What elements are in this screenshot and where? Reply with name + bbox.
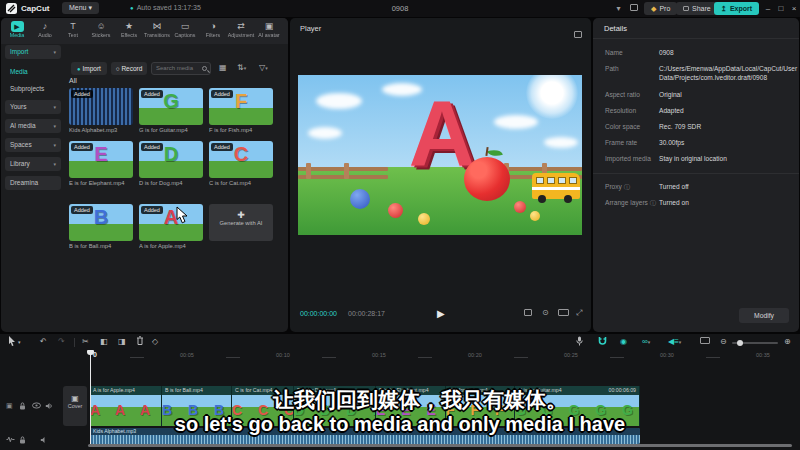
player-panel: Player A — [290, 18, 591, 332]
share-icon — [683, 5, 689, 12]
sidebar-item-import[interactable]: Import▾ — [5, 45, 61, 59]
pro-button[interactable]: ◆Pro — [644, 2, 677, 15]
minimize-button[interactable]: – — [762, 4, 774, 13]
delete-right-icon[interactable]: ◨ — [118, 336, 126, 348]
sidebar-item-subprojects[interactable]: Subprojects — [5, 82, 61, 96]
filter-icon[interactable]: ▽▾ — [259, 63, 268, 72]
audio-track-icon — [6, 436, 15, 444]
timeline-zoom-slider[interactable] — [732, 342, 778, 344]
sidebar-item-yours[interactable]: Yours▾ — [5, 100, 61, 114]
player-expand-icon[interactable] — [574, 24, 582, 42]
tab-stickers[interactable]: ☺Stickers — [87, 20, 115, 43]
track-options-icon[interactable]: ▣ — [6, 402, 13, 410]
video-thumbnail: AddedG — [139, 88, 203, 125]
share-button[interactable]: Share — [676, 2, 718, 15]
preview-frames-icon[interactable] — [700, 336, 710, 348]
text-tab-icon: T — [59, 20, 87, 32]
quality-icon[interactable]: ⊙ — [542, 308, 549, 317]
capcut-window: CapCut Menu ▾ ●Auto saved 13:17:35 0908 … — [0, 0, 800, 450]
split-icon[interactable]: ✂ — [82, 336, 89, 348]
zoom-out-icon[interactable]: ⊖ — [720, 336, 727, 348]
mute-track-icon[interactable] — [40, 436, 48, 445]
sort-icon[interactable]: ⇅▾ — [237, 63, 246, 72]
media-item-c-cat[interactable]: AddedC C is for Cat.mp4 — [209, 141, 273, 186]
details-header: Details — [604, 24, 627, 33]
tab-media[interactable]: ▶Media — [3, 20, 31, 43]
ruler-tick: 00:10 — [276, 352, 290, 358]
detail-value-path: C:/Users/Emenwa/AppData/Local/CapCut/Use… — [659, 65, 791, 82]
export-button[interactable]: ↥Export — [714, 2, 759, 15]
search-input[interactable]: Search media — [151, 62, 211, 75]
tab-adjustment[interactable]: ⇄Adjustment — [227, 20, 255, 43]
tab-ai-avatar[interactable]: ▣AI avatar — [255, 20, 283, 43]
media-item-a-apple[interactable]: AddedA A is for Apple.mp4 — [139, 204, 203, 249]
media-item-g-guitar[interactable]: AddedG G is for Guitar.mp4 — [139, 88, 203, 133]
media-item-f-fish[interactable]: AddedF F is for Fish.mp4 — [209, 88, 273, 133]
tab-effects[interactable]: ★Effects — [115, 20, 143, 43]
fullscreen-icon[interactable]: ⤢ — [576, 308, 582, 318]
plus-icon: ✚ — [209, 204, 273, 220]
media-item-b-ball[interactable]: AddedB B is for Ball.mp4 — [69, 204, 133, 249]
layout-icon[interactable] — [627, 3, 640, 14]
audio-levels-icon[interactable]: ◀≡▾ — [668, 336, 681, 348]
info-icon: ⓘ — [650, 200, 656, 206]
sidebar-item-ai-media[interactable]: AI media▾ — [5, 119, 61, 133]
undo-icon[interactable]: ↶ — [40, 336, 47, 348]
lock-icon[interactable] — [19, 436, 26, 445]
menu-button[interactable]: Menu ▾ — [62, 2, 99, 14]
timeline-horizontal-scrollbar[interactable] — [88, 444, 792, 447]
select-tool-chevron[interactable]: ▾ — [18, 336, 21, 348]
mic-icon[interactable] — [576, 336, 583, 350]
magnet-icon[interactable] — [598, 336, 607, 349]
detail-value-color-space: Rec. 709 SDR — [659, 123, 791, 132]
pro-diamond-icon: ◆ — [651, 5, 656, 12]
play-button[interactable]: ▶ — [437, 308, 445, 319]
ruler-tick: 00:05 — [180, 352, 194, 358]
media-item-e-elephant[interactable]: AddedE E is for Elephant.mp4 — [69, 141, 133, 186]
video-thumbnail: AddedC — [209, 141, 273, 178]
generate-with-ai-tile[interactable]: ✚ Generate with AI — [209, 204, 273, 241]
import-button[interactable]: ● Import — [71, 62, 107, 75]
audio-waveform — [90, 435, 640, 444]
chevron-down-icon: ▾ — [88, 4, 92, 11]
tab-filters[interactable]: ◑Filters — [199, 20, 227, 43]
zoom-slider-thumb[interactable] — [737, 340, 743, 346]
tab-transitions[interactable]: ⋈Transitions — [143, 20, 171, 43]
tab-captions[interactable]: ▭Captions — [171, 20, 199, 43]
keyframe-icon[interactable]: ◇ — [152, 336, 158, 348]
maximize-button[interactable]: □ — [775, 4, 787, 13]
detail-value-name: 0908 — [659, 49, 791, 58]
tab-text[interactable]: TText — [59, 20, 87, 43]
record-button[interactable]: ○ Record — [111, 62, 147, 75]
modify-button[interactable]: Modify — [739, 308, 789, 323]
ai-avatar-tab-icon: ▣ — [255, 20, 283, 32]
media-item-d-dog[interactable]: AddedD D is for Dog.mp4 — [139, 141, 203, 186]
split-preview-icon[interactable] — [524, 309, 532, 318]
sidebar-item-library[interactable]: Library▾ — [5, 157, 61, 171]
delete-icon[interactable] — [136, 336, 144, 350]
view-toggle-icon[interactable]: ▦ — [219, 63, 227, 72]
video-preview[interactable]: A — [298, 75, 582, 235]
sidebar-item-spaces[interactable]: Spaces▾ — [5, 138, 61, 152]
redo-icon[interactable]: ↷ — [58, 336, 65, 348]
preview-apple — [464, 157, 510, 201]
panel-collapse-icon[interactable]: ▾ — [612, 3, 625, 14]
select-tool-icon[interactable] — [8, 336, 16, 350]
media-panel: ▶Media ♪Audio TText ☺Stickers ★Effects ⋈… — [1, 18, 288, 332]
chevron-down-icon: ▾ — [53, 45, 56, 59]
zoom-in-icon[interactable]: ⊕ — [784, 336, 791, 348]
import-dot-icon: ● — [77, 66, 81, 72]
delete-left-icon[interactable]: ◧ — [100, 336, 108, 348]
media-item-kids-alphabet[interactable]: Added Kids Alphabet.mp3 — [69, 88, 133, 133]
sidebar-item-dreamina[interactable]: Dreamina — [5, 176, 61, 190]
link-icon[interactable]: ∞▾ — [642, 336, 650, 348]
ratio-icon[interactable] — [558, 309, 569, 318]
timeline-ruler[interactable]: 0 00:05 00:10 00:15 00:20 00:25 00:30 00… — [0, 350, 800, 362]
added-badge: Added — [71, 90, 93, 98]
sidebar-item-media[interactable]: Media — [5, 65, 61, 79]
detail-label-name: Name — [605, 49, 623, 56]
tab-audio[interactable]: ♪Audio — [31, 20, 59, 43]
auto-snap-icon[interactable]: ◉ — [620, 336, 627, 348]
player-header: Player — [300, 24, 321, 33]
close-button[interactable]: × — [788, 4, 800, 13]
